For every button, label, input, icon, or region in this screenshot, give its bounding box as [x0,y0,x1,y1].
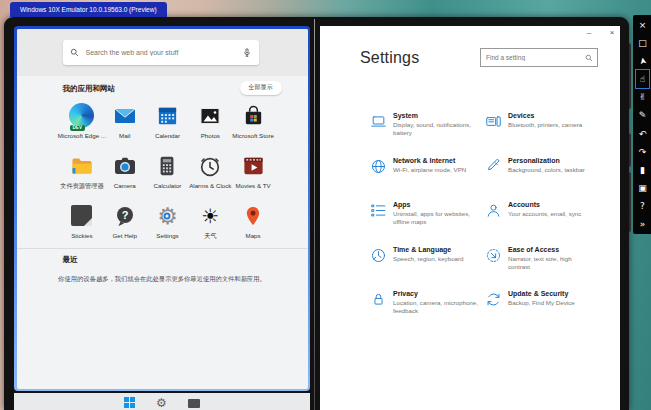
section-divider [17,248,308,249]
search-icon [585,54,593,62]
start-button-icon[interactable] [124,397,135,408]
app-tile-maps[interactable]: Maps [232,203,275,253]
clock-language-icon [370,247,387,264]
stickies-icon [69,203,95,229]
clock-icon [197,153,223,179]
globe-icon [370,158,387,175]
page-title: Settings [360,49,419,67]
cursor-icon[interactable]: ➤ [636,52,649,70]
settings-category-privacy[interactable]: Privacy Location, camera, microphone, fe… [370,290,485,335]
app-tile-microsoft-store[interactable]: Microsoft Store [232,103,275,153]
camera-icon [112,153,138,179]
app-tile-calendar[interactable]: Calendar [146,103,189,153]
emulator-title-bar[interactable]: Windows 10X Emulator 10.0.19563.0 (Previ… [10,2,167,17]
settings-category-apps[interactable]: Apps Uninstall, apps for websites, offli… [370,201,485,246]
multi-touch-icon[interactable]: ✌ [636,88,649,106]
sun-icon: ☀ [197,203,223,229]
app-tile-get-help[interactable]: ? Get Help [103,203,146,253]
more-icon[interactable]: » [636,215,649,233]
apps-section-heading: 我的应用和网站 [63,84,116,94]
app-tile-settings[interactable]: ⚙ Settings [146,203,189,253]
refresh-icon [485,291,502,308]
help-bubble-icon: ? [112,203,138,229]
emulator-toolbar: × □ ➤ ☝ ✌ ✎ ↶ ↷ ▮ ▣ ? » [633,15,651,234]
settings-search-box[interactable] [480,48,598,67]
minimize-button[interactable]: – [584,28,594,37]
app-tile-movies-tv[interactable]: Movies & TV [232,153,275,203]
settings-category-update-security[interactable]: Update & Security Backup, Find My Device [485,290,600,335]
mic-icon[interactable] [242,47,252,58]
calendar-icon [154,103,180,129]
rotate-left-icon[interactable]: ↶ [636,125,649,143]
single-screen-icon[interactable]: ▮ [636,161,649,179]
store-icon [240,103,266,129]
start-search-input[interactable] [84,48,237,57]
photos-icon [197,103,223,129]
start-search-box[interactable] [63,40,259,65]
ease-of-access-icon [485,247,502,264]
edge-icon: DEV [69,103,95,129]
app-tile-stickies[interactable]: Stickies [61,203,104,253]
mail-icon [112,103,138,129]
settings-category-time-language[interactable]: Time & Language Speech, region, keyboard [370,246,485,291]
left-screen: 我的应用和网站 全部显示 DEV Microsoft Edge ... [14,26,310,410]
start-panel: 我的应用和网站 全部显示 DEV Microsoft Edge ... [14,26,310,391]
rotate-right-icon[interactable]: ↷ [636,143,649,161]
settings-gear-icon: ⚙ [154,203,180,229]
svg-text:?: ? [121,208,128,220]
list-icon [370,202,387,219]
settings-category-grid: System Display, sound, notifications, ba… [370,112,600,335]
settings-category-network[interactable]: Network & Internet Wi-Fi, airplane mode,… [370,157,485,202]
app-tile-weather[interactable]: ☀ 天气 [189,203,232,253]
app-tile-mail[interactable]: Mail [103,103,146,153]
search-icon [70,48,79,57]
person-icon [485,202,502,219]
desktop-wallpaper: Windows 10X Emulator 10.0.19563.0 (Previ… [0,0,651,410]
help-icon[interactable]: ? [636,197,649,215]
settings-search-input[interactable] [481,54,585,61]
laptop-icon [370,113,387,130]
screen-hinge [314,19,315,410]
taskbar-settings-icon[interactable]: ⚙ [156,397,167,410]
taskbar: ⚙ [14,393,310,410]
settings-window: – × Settings System Display, sound, noti… [320,26,620,410]
recent-section-heading: 最近 [63,255,78,265]
settings-category-system[interactable]: System Display, sound, notifications, ba… [370,112,485,157]
app-tile-calculator[interactable]: Calculator [146,153,189,203]
pen-icon [485,158,502,175]
lock-icon [370,291,387,308]
app-tile-microsoft-edge[interactable]: DEV Microsoft Edge ... [61,103,104,153]
settings-category-devices[interactable]: Devices Bluetooth, printers, camera [485,112,600,157]
window-icon[interactable]: □ [636,34,649,52]
app-tile-photos[interactable]: Photos [189,103,232,153]
pen-icon[interactable]: ✎ [636,106,649,124]
app-grid: DEV Microsoft Edge ... Mail [61,103,275,253]
app-tile-alarms-clock[interactable]: Alarms & Clock [189,153,232,203]
emulator-device-frame: 我的应用和网站 全部显示 DEV Microsoft Edge ... [4,17,629,410]
taskbar-file-explorer-icon[interactable] [188,399,200,408]
settings-category-ease-of-access[interactable]: Ease of Access Narrator, text size, high… [485,246,600,291]
recent-empty-message: 你使用的设备越多，我们就会在此处显示更多你最近使用的文件和新应用。 [45,274,280,283]
app-tile-camera[interactable]: Camera [103,153,146,203]
window-controls: – × [584,28,617,37]
show-all-button[interactable]: 全部显示 [240,81,282,95]
dual-screen-icon[interactable]: ▣ [636,179,649,197]
emulator-title: Windows 10X Emulator 10.0.19563.0 (Previ… [20,6,157,13]
movies-icon [240,153,266,179]
devices-icon [485,113,502,130]
settings-category-accounts[interactable]: Accounts Your accounts, email, sync [485,201,600,246]
map-pin-icon [240,203,266,229]
calculator-icon [154,153,180,179]
app-tile-file-explorer[interactable]: 文件资源管理器 [61,153,104,203]
close-icon[interactable]: × [636,16,649,34]
touch-icon[interactable]: ☝ [636,70,649,88]
folder-icon [69,153,95,179]
dev-badge: DEV [70,125,85,131]
close-button[interactable]: × [607,28,617,37]
settings-category-personalization[interactable]: Personalization Background, colors, task… [485,157,600,202]
